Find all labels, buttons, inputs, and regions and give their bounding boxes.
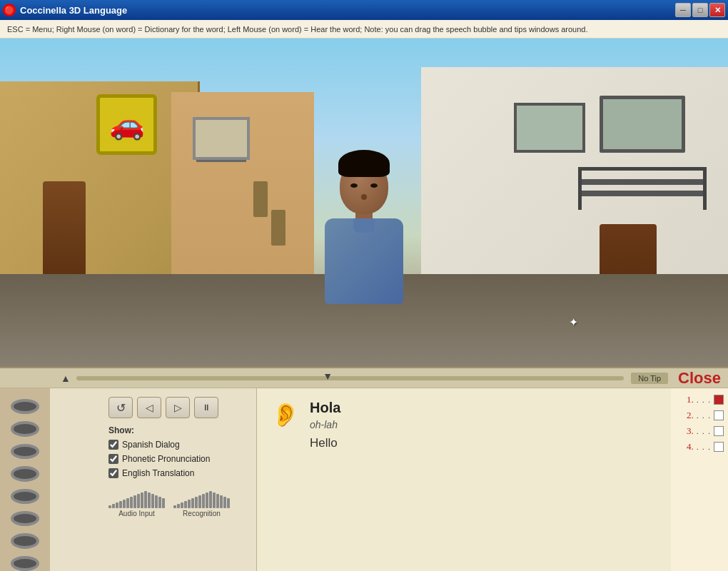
window-controls: ─ □ ✕ <box>675 3 725 17</box>
show-label: Show: <box>108 425 248 435</box>
cursor-indicator: ✦ <box>569 315 578 329</box>
number-row-1[interactable]: 1. . . . <box>675 394 724 405</box>
window-right-2 <box>514 103 585 153</box>
pause-button[interactable]: ⏸ <box>194 397 218 418</box>
dots-1: . . . <box>697 395 711 404</box>
char-collar <box>353 218 375 233</box>
spiral-ring <box>11 421 39 436</box>
lamp-post-2 <box>271 210 285 246</box>
spanish-dialog-checkbox[interactable] <box>108 440 118 450</box>
number-row-3[interactable]: 3. . . . <box>675 425 724 437</box>
checkbox-3[interactable] <box>714 426 724 436</box>
number-1: 1. <box>687 394 694 405</box>
char-eye-left <box>350 183 358 188</box>
english-word: Hello <box>310 436 340 450</box>
minimize-button[interactable]: ─ <box>675 3 691 17</box>
hint-bar: ESC = Menu; Right Mouse (on word) = Dict… <box>0 20 728 39</box>
balcony-rail <box>196 160 246 162</box>
balcony-center <box>193 117 250 160</box>
spiral-ring <box>11 556 39 571</box>
spiral-ring <box>11 533 39 548</box>
audio-input-meter <box>108 485 165 508</box>
scroll-thumb[interactable]: ▼ <box>323 370 333 382</box>
lamp-post <box>253 181 268 217</box>
title-text: Coccinella 3D Language <box>20 5 127 16</box>
audio-input-label: Audio Input <box>118 510 155 517</box>
recognition-col: Recognition <box>173 485 230 517</box>
phonetic-option[interactable]: Phonetic Pronunciation <box>108 454 248 464</box>
app-icon: 🔴 <box>3 4 16 16</box>
spanish-word[interactable]: Hola <box>310 400 340 416</box>
left-panel: ↺ ◁ ▷ ⏸ Show: Spanish Dialog Phonetic Pr… <box>100 388 257 571</box>
bottom-panel: ▲ ▼ No Tip Close ↺ ◁ ▷ <box>0 367 728 571</box>
char-hair <box>338 150 390 177</box>
3d-scene[interactable]: 🚗 <box>0 39 728 367</box>
close-window-button[interactable]: ✕ <box>709 3 725 17</box>
checkbox-4[interactable] <box>714 442 724 452</box>
spanish-dialog-label: Spanish Dialog <box>122 440 180 450</box>
title-bar-left: 🔴 Coccinella 3D Language <box>3 4 127 16</box>
maximize-button[interactable]: □ <box>692 3 708 17</box>
english-translation-option[interactable]: English Translation <box>108 468 248 478</box>
playback-controls: ↺ ◁ ▷ ⏸ <box>108 394 248 421</box>
spanish-dialog-option[interactable]: Spanish Dialog <box>108 440 248 450</box>
number-4: 4. <box>687 441 694 453</box>
spiral-ring <box>11 489 39 504</box>
number-row-4[interactable]: 4. . . . <box>675 441 724 453</box>
phonetic-checkbox[interactable] <box>108 454 118 464</box>
ear-icon[interactable]: 👂 <box>271 401 300 428</box>
spiral-ring <box>11 444 39 459</box>
progress-bar-row: ▲ ▼ No Tip Close <box>0 367 728 388</box>
english-label: English Translation <box>122 468 194 478</box>
recognition-label: Recognition <box>183 510 221 517</box>
street-sign: 🚗 <box>96 94 157 155</box>
hint-text: ESC = Menu; Right Mouse (on word) = Dict… <box>7 25 588 34</box>
english-checkbox[interactable] <box>108 468 118 478</box>
scroll-up-arrow[interactable]: ▲ <box>61 373 71 384</box>
number-3: 3. <box>687 425 694 437</box>
char-eye-right <box>370 183 378 188</box>
dots-3: . . . <box>697 427 711 435</box>
checkbox-2[interactable] <box>714 410 724 420</box>
back-button[interactable]: ◁ <box>137 397 161 418</box>
spiral-binding <box>0 388 50 571</box>
number-row-2[interactable]: 2. . . . <box>675 410 724 421</box>
window-right-1 <box>600 96 685 153</box>
phonetic-label: Phonetic Pronunciation <box>122 454 210 464</box>
dialog-text: Hola oh-lah Hello <box>310 400 340 450</box>
close-panel-button[interactable]: Close <box>678 369 721 388</box>
char-nose <box>361 194 367 200</box>
no-tip-label: No Tip <box>631 373 668 384</box>
spiral-ring <box>11 399 39 414</box>
door-left <box>43 181 86 288</box>
rewind-button[interactable]: ↺ <box>108 397 133 418</box>
spiral-ring <box>11 466 39 481</box>
balcony-right <box>578 167 707 210</box>
content-row: ↺ ◁ ▷ ⏸ Show: Spanish Dialog Phonetic Pr… <box>0 388 728 571</box>
character <box>314 153 414 303</box>
dots-2: . . . <box>697 411 711 420</box>
right-panel: 1. . . . 2. . . . 3. . . . 4. . . . <box>671 388 728 571</box>
checkbox-1[interactable] <box>714 395 724 405</box>
dialog-content: 👂 Hola oh-lah Hello <box>271 400 657 450</box>
dots-4: . . . <box>697 443 711 451</box>
recognition-meter <box>173 485 230 508</box>
title-bar: 🔴 Coccinella 3D Language ─ □ ✕ <box>0 0 728 20</box>
char-body <box>325 218 403 304</box>
audio-row: Audio Input Recognition <box>108 485 248 517</box>
play-button[interactable]: ▷ <box>166 397 190 418</box>
spiral-ring <box>11 511 39 526</box>
phonetic-word: oh-lah <box>310 419 340 430</box>
number-2: 2. <box>687 410 694 421</box>
audio-input-col: Audio Input <box>108 485 165 517</box>
progress-track[interactable]: ▼ <box>76 376 624 380</box>
dialog-panel: 👂 Hola oh-lah Hello <box>257 388 671 571</box>
